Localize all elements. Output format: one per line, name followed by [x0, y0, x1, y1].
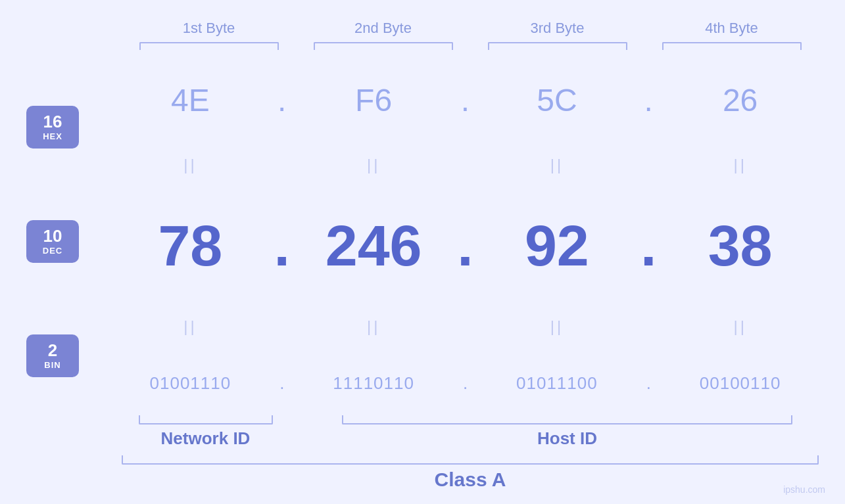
byte-label-3: 3rd Byte [470, 20, 644, 37]
byte-label-1: 1st Byte [122, 20, 296, 37]
content-area: 16 HEX 10 DEC 2 BIN 4E . [26, 63, 819, 413]
dec-val-1: 78 [112, 217, 269, 275]
bin-val-3: 01011100 [479, 373, 636, 394]
hex-val-1: 4E [112, 82, 269, 118]
eq-2-3: || [479, 317, 636, 336]
bin-row: 01001110 . 11110110 . 01011100 . [112, 373, 819, 394]
dec-dot-2: . [452, 212, 479, 279]
class-bracket-row [122, 455, 819, 465]
dec-dot-1: . [269, 212, 295, 279]
eq-2-4: || [662, 317, 819, 336]
host-id-label: Host ID [316, 428, 819, 449]
hex-val-2: F6 [295, 82, 452, 118]
top-bracket-1 [122, 42, 296, 50]
hex-row: 4E . F6 . 5C . 26 [112, 82, 819, 118]
bin-val-1: 01001110 [112, 373, 269, 394]
hex-dot-1: . [269, 82, 295, 118]
eq-2-1: || [112, 317, 269, 336]
eq-row-2: || || || || [112, 317, 819, 336]
eq-2-2: || [295, 317, 452, 336]
dec-val-3: 92 [479, 217, 636, 275]
dec-badge: 10 DEC [26, 220, 79, 263]
eq-1-1: || [112, 156, 269, 174]
eq-1-3: || [479, 156, 636, 174]
top-bracket-2 [296, 42, 470, 50]
hex-dot-3: . [635, 82, 662, 118]
bin-badge: 2 BIN [26, 334, 79, 377]
hex-dot-2: . [452, 82, 479, 118]
bin-val-2: 11110110 [295, 373, 452, 394]
hex-val-3: 5C [479, 82, 636, 118]
bin-dot-3: . [635, 373, 662, 394]
top-bracket-3 [470, 42, 644, 50]
class-row-area: Class A [26, 455, 819, 491]
bottom-labels-row: Network ID Host ID [122, 428, 819, 449]
byte-labels-row: 1st Byte 2nd Byte 3rd Byte 4th Byte [26, 20, 819, 37]
top-brackets-row [26, 42, 819, 50]
eq-1-2: || [295, 156, 452, 174]
class-label: Class A [122, 469, 819, 491]
dec-val-2: 246 [295, 217, 452, 275]
top-bracket-4 [644, 42, 819, 50]
watermark: ipshu.com [783, 484, 825, 495]
bin-dot-2: . [452, 373, 479, 394]
bin-val-4: 00100110 [662, 373, 819, 394]
network-id-label: Network ID [122, 428, 289, 449]
main-container: 1st Byte 2nd Byte 3rd Byte 4th Byte 16 H… [0, 0, 845, 504]
hex-badge: 16 HEX [26, 106, 79, 149]
dec-dot-3: . [635, 212, 662, 279]
bottom-area: Network ID Host ID [26, 415, 819, 449]
net-bracket-wrapper [122, 415, 289, 424]
bottom-brackets-row [122, 415, 819, 424]
byte-label-2: 2nd Byte [296, 20, 470, 37]
hex-val-4: 26 [662, 82, 819, 118]
values-grid: 4E . F6 . 5C . 26 [112, 63, 819, 413]
host-bracket-wrapper [316, 415, 819, 424]
dec-val-4: 38 [662, 217, 819, 275]
eq-1-4: || [662, 156, 819, 174]
byte-label-4: 4th Byte [644, 20, 819, 37]
eq-row-1: || || || || [112, 156, 819, 174]
bin-dot-1: . [269, 373, 295, 394]
row-labels-col: 16 HEX 10 DEC 2 BIN [26, 63, 112, 413]
dec-row: 78 . 246 . 92 . 38 [112, 212, 819, 279]
